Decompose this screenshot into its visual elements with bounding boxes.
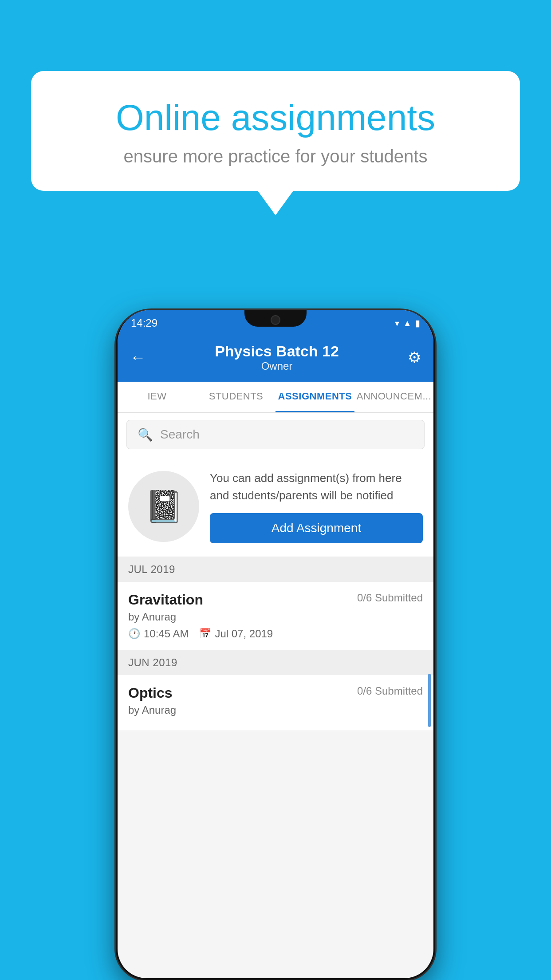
phone-camera: [271, 315, 280, 325]
assignment-row1: Gravitation 0/6 Submitted: [128, 592, 423, 608]
clock-icon: 🕐: [128, 628, 140, 640]
assignment-time: 10:45 AM: [144, 628, 189, 640]
assignment-author-optics: by Anurag: [128, 704, 423, 716]
header-center: Physics Batch 12 Owner: [215, 343, 339, 372]
wifi-icon: ▾: [395, 318, 399, 328]
signal-icon: ▲: [403, 318, 412, 328]
search-bar[interactable]: 🔍 Search: [126, 420, 425, 449]
phone-notch: [244, 310, 307, 327]
calendar-icon: 📅: [199, 628, 211, 640]
assignment-author: by Anurag: [128, 611, 423, 623]
search-placeholder: Search: [160, 427, 200, 442]
status-icons: ▾ ▲ ▮: [395, 318, 420, 328]
assignment-item-optics[interactable]: Optics 0/6 Submitted by Anurag: [118, 675, 433, 731]
assignment-row1-optics: Optics 0/6 Submitted: [128, 685, 423, 701]
scroll-indicator: [428, 674, 431, 727]
phone-screen: 14:29 ▾ ▲ ▮ ← Physics Batch 12 Owner ⚙ I…: [118, 310, 433, 978]
tab-iew[interactable]: IEW: [118, 382, 197, 412]
month-header-jun: JUN 2019: [118, 650, 433, 675]
search-icon: 🔍: [138, 427, 153, 442]
assignment-time-meta: 🕐 10:45 AM: [128, 628, 189, 640]
phone-frame: 14:29 ▾ ▲ ▮ ← Physics Batch 12 Owner ⚙ I…: [116, 310, 435, 980]
assignment-item-gravitation[interactable]: Gravitation 0/6 Submitted by Anurag 🕐 10…: [118, 582, 433, 650]
app-header: ← Physics Batch 12 Owner ⚙: [118, 333, 433, 382]
back-button[interactable]: ←: [130, 348, 146, 367]
assignment-meta: 🕐 10:45 AM 📅 Jul 07, 2019: [128, 628, 423, 640]
assignment-date: Jul 07, 2019: [215, 628, 273, 640]
batch-owner-label: Owner: [215, 360, 339, 372]
speech-bubble-tail: [258, 191, 293, 215]
battery-icon: ▮: [415, 318, 420, 328]
promo-subtitle: ensure more practice for your students: [62, 146, 489, 166]
search-container: 🔍 Search: [118, 413, 433, 456]
batch-title: Physics Batch 12: [215, 343, 339, 360]
assignment-name-optics: Optics: [128, 685, 173, 701]
tab-assignments[interactable]: ASSIGNMENTS: [276, 382, 354, 412]
promo-title: Online assignments: [62, 98, 489, 138]
assignment-date-meta: 📅 Jul 07, 2019: [199, 628, 273, 640]
tab-students[interactable]: STUDENTS: [197, 382, 276, 412]
assignment-name: Gravitation: [128, 592, 203, 608]
promo-card: Online assignments ensure more practice …: [31, 71, 520, 215]
assignment-submitted-optics: 0/6 Submitted: [357, 685, 423, 697]
promo-content: You can add assignment(s) from here and …: [210, 470, 423, 543]
status-time: 14:29: [131, 317, 157, 329]
notebook-icon: 📓: [145, 488, 183, 525]
speech-bubble: Online assignments ensure more practice …: [31, 71, 520, 191]
add-assignment-button[interactable]: Add Assignment: [210, 513, 423, 543]
month-header-jul: JUL 2019: [118, 557, 433, 582]
promo-section: 📓 You can add assignment(s) from here an…: [118, 456, 433, 557]
promo-description: You can add assignment(s) from here and …: [210, 470, 423, 504]
promo-icon-circle: 📓: [128, 471, 199, 542]
assignment-submitted: 0/6 Submitted: [357, 592, 423, 604]
tabs-bar: IEW STUDENTS ASSIGNMENTS ANNOUNCEM...: [118, 382, 433, 413]
tab-announcements[interactable]: ANNOUNCEM...: [354, 382, 433, 412]
settings-icon[interactable]: ⚙: [408, 348, 421, 366]
